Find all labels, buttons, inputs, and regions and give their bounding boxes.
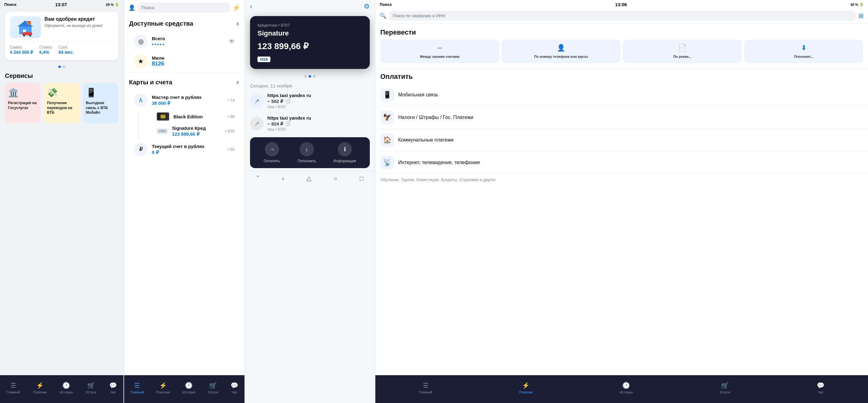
master-icon: ∧ (134, 93, 148, 107)
action-popup: → Оплатить ↓ Пополнить ℹ Информация (250, 137, 370, 168)
search-icon-2: 👤 (128, 4, 135, 11)
nav-chat-icon-2: 💬 (230, 382, 238, 389)
transfer-options: ↔ Между своими счетами 👤 По номеру телеф… (375, 39, 868, 67)
nav-services-1[interactable]: 🛒 Услуги (86, 382, 96, 394)
expand-icon[interactable]: ∧ (138, 96, 143, 104)
nav-services-2[interactable]: 🛒 Услуги (208, 382, 218, 394)
info-action-btn[interactable]: ℹ Информация (333, 142, 356, 163)
signature-amount: 123 899,66 ₽ (172, 131, 221, 137)
s2-search-bar: 👤 ⚡ (124, 0, 245, 15)
transfer-by-requisite[interactable]: 📄 По рекви... (623, 39, 742, 63)
nav-chat-1[interactable]: 💬 Чат (109, 382, 117, 394)
gear-icon[interactable]: ⚙ (364, 2, 370, 10)
signature-info: Signature Кред 123 899,66 ₽ (172, 125, 221, 137)
cards-chevron-icon[interactable]: ∧ (236, 80, 240, 85)
nav-main-4[interactable]: ☰ Главный (419, 382, 432, 394)
trans-card-2: Visa • 8707 (267, 127, 370, 132)
search-input-4[interactable] (389, 11, 856, 21)
available-funds-title: Доступные средства (129, 20, 193, 27)
transaction-2[interactable]: ↗ https taxi yandex ru − 824 ₽ 🕐 Visa • … (245, 112, 375, 135)
credit-banner[interactable]: 🎁 Вам одобрен кредит Оформите, не выходя… (5, 11, 119, 60)
pay-internet[interactable]: 📡 Интернет, телевидение, телефония (375, 151, 868, 174)
screen-4: Поиск 13:06 30 % 🔋 🔍 ⊞ Перевести ↔ Между… (375, 0, 868, 403)
nav-chat-label-1: Чат (110, 390, 116, 394)
black-edition-row[interactable]: Black Edition • 96 (138, 110, 240, 123)
transfers-icon: 💸 (47, 87, 58, 98)
pay-action-btn[interactable]: → Оплатить (264, 142, 280, 163)
screen-2: 👤 ⚡ Доступные средства ∧ ◎ Всего ••••• 👁… (124, 0, 245, 403)
credit-banner-top: 🎁 Вам одобрен кредит Оформите, не выходя… (10, 17, 114, 38)
nav-payments-4[interactable]: ⚡ Платежи (519, 382, 533, 394)
nav-payments-1[interactable]: ⚡ Платежи (33, 382, 47, 394)
mobile-label: Выгодная связь с ВТБ Мобайл (86, 101, 116, 115)
mobile-icon: 📱 (86, 87, 97, 98)
nav-history-2[interactable]: 🕐 История (182, 382, 195, 394)
services-grid: 🏛️ Регистрация на Госуслугах 💸 Получение… (5, 83, 119, 123)
pay-utilities[interactable]: 🏠 Коммунальные платежи (375, 129, 868, 151)
service-gosuslugi[interactable]: 🏛️ Регистрация на Госуслугах (5, 83, 41, 123)
back-android-btn[interactable]: ‹ (282, 175, 284, 182)
master-account-name: Мастер счет в рублях (152, 94, 223, 100)
transfer-by-phone[interactable]: 👤 По номеру телефона или карты (502, 39, 620, 63)
pay-taxes-icon: 🦅 (380, 111, 394, 124)
nav-services-label-4: Услуги (719, 390, 730, 394)
transfer-own-accounts[interactable]: ↔ Между своими счетами (380, 39, 499, 63)
nav-history-1[interactable]: 🕐 История (60, 382, 73, 394)
card-dot-2 (309, 75, 311, 78)
top-up-btn[interactable]: ⬇ Пополнит... (744, 39, 863, 63)
divider-4 (375, 68, 868, 69)
expand-btn[interactable]: ˅ (256, 175, 259, 182)
menu-btn[interactable]: □ (360, 175, 363, 182)
total-icon: ◎ (134, 35, 148, 48)
miles-info: Мили 8126 (152, 55, 235, 67)
transaction-1[interactable]: ↗ https taxi yandex ru − 502 ₽ 🕐 Visa • … (245, 90, 375, 112)
more-services: Обучение, Туризм, Инвестиции, Кредиты, С… (375, 174, 868, 186)
nav-services-icon-4: 🛒 (721, 382, 729, 389)
recent-btn[interactable]: ○ (334, 175, 337, 182)
chevron-up-icon[interactable]: ∧ (236, 21, 240, 27)
nav-main-1[interactable]: ☰ Главный (6, 382, 20, 394)
nav-main-2[interactable]: ☰ Главный (130, 382, 144, 394)
pay-internet-label: Интернет, телевидение, телефония (398, 160, 480, 165)
eye-icon[interactable]: 👁 (229, 38, 235, 45)
signature-row[interactable]: VISA Signature Кред 123 899,66 ₽ • 870 (138, 123, 240, 139)
nav-history-4[interactable]: 🕐 История (620, 382, 633, 394)
nav-services-4[interactable]: 🛒 Услуги (719, 382, 730, 394)
clock-icon-2: 🕐 (285, 121, 290, 126)
screen-1: Поиск 13:07 29 % 🔋 (0, 0, 123, 403)
back-button[interactable]: ‹ (250, 2, 252, 10)
qr-grid-icon[interactable]: ⊞ (859, 12, 864, 20)
current-account-row[interactable]: ₽ Текущий счет в рублях 0 ₽ • 55 (129, 139, 240, 159)
gosuslugi-label: Регистрация на Госуслугах (8, 101, 38, 110)
current-icon: ₽ (134, 142, 148, 156)
search-icon-4: 🔍 (380, 12, 386, 19)
cards-title: Карты и счета (129, 79, 172, 86)
master-account-row[interactable]: ∧ Мастер счет в рублях 38 000 ₽ • 73 (129, 90, 240, 110)
topup-action-btn[interactable]: ↓ Пополнить (298, 142, 316, 163)
pay-mobile[interactable]: 📱 Мобильная связь (375, 84, 868, 106)
nav-chat-2[interactable]: 💬 Чат (230, 382, 238, 394)
search-input-2[interactable] (138, 2, 230, 13)
black-edition-card (157, 113, 169, 120)
pay-taxes[interactable]: 🦅 Налоги / Штрафы / Гос. Платежи (375, 106, 868, 129)
clock-icon-1: 🕐 (285, 98, 290, 104)
card-dot-1 (304, 75, 307, 78)
nav-history-icon-2: 🕐 (185, 382, 193, 389)
nav-payments-icon-4: ⚡ (522, 382, 530, 389)
home-btn[interactable]: △ (307, 175, 311, 182)
trans-amount-1: − 502 ₽ (267, 98, 283, 104)
credit-details: Сумма: 4 244 000 ₽ Ставка: 6,4% Срок: 84… (10, 42, 114, 55)
nav-payments-2[interactable]: ⚡ Платежи (156, 382, 170, 394)
visa-card-icon: VISA (157, 128, 167, 134)
service-mobile[interactable]: 📱 Выгодная связь с ВТБ Мобайл (83, 83, 119, 123)
gosuslugi-icon: 🏛️ (8, 87, 19, 98)
available-funds-section: Доступные средства ∧ ◎ Всего ••••• 👁 ★ М… (124, 15, 245, 71)
total-row[interactable]: ◎ Всего ••••• 👁 (129, 31, 240, 51)
dot-2 (63, 65, 65, 68)
cards-header: Карты и счета ∧ (129, 79, 240, 86)
trans-icon-2: ↗ (250, 117, 264, 131)
date-header: Сегодня, 11 ноября (245, 81, 375, 90)
service-transfers[interactable]: 💸 Получение переводов на ВТБ (44, 83, 80, 123)
nav-chat-4[interactable]: 💬 Чат (817, 382, 825, 394)
miles-row[interactable]: ★ Мили 8126 (129, 51, 240, 71)
